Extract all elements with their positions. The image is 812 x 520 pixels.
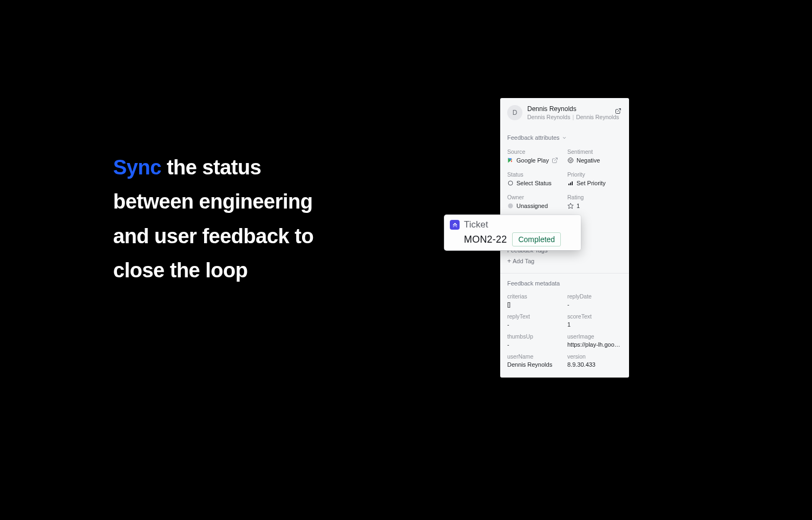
meta-criterias: criterias [] — [507, 293, 562, 308]
svg-rect-6 — [568, 184, 569, 185]
google-play-icon — [507, 157, 514, 164]
card-header: D Dennis Reynolds Dennis Reynolds|Dennis… — [500, 98, 629, 126]
attr-sentiment[interactable]: Sentiment Negative — [567, 148, 622, 164]
svg-rect-7 — [570, 183, 571, 185]
svg-point-3 — [569, 160, 570, 160]
meta-userName: userName Dennis Reynolds — [507, 353, 562, 368]
ticket-title: Ticket — [464, 219, 488, 230]
attr-source[interactable]: Source Google Play — [507, 148, 562, 164]
meta-replyDate: replyDate - — [567, 293, 622, 308]
ticket-status-badge: Completed — [512, 232, 561, 246]
attributes-grid: Source Google Play Sentiment Negative — [500, 141, 629, 209]
ticket-app-icon — [450, 220, 460, 230]
avatar-initial: D — [513, 109, 518, 116]
add-tag-button[interactable]: + Add Tag — [507, 258, 534, 264]
feedback-attributes-header[interactable]: Feedback attributes — [500, 134, 629, 141]
svg-point-2 — [568, 158, 573, 163]
svg-line-0 — [618, 109, 621, 112]
svg-point-4 — [571, 160, 572, 160]
attr-rating[interactable]: Rating 1 — [567, 194, 622, 209]
headline-accent: Sync — [113, 156, 161, 179]
star-icon — [567, 203, 574, 209]
attr-owner[interactable]: Owner Unassigned — [507, 194, 562, 209]
meta-replyText: replyText - — [507, 313, 562, 328]
svg-point-9 — [508, 204, 513, 209]
avatar: D — [507, 105, 522, 120]
attr-priority[interactable]: Priority Set Priority — [567, 171, 622, 186]
user-circle-icon — [507, 203, 514, 209]
feedback-metadata-header[interactable]: Feedback metadata — [500, 274, 629, 287]
svg-rect-8 — [572, 181, 573, 185]
ticket-card[interactable]: Ticket MON2-22 Completed — [444, 215, 581, 250]
circle-icon — [507, 180, 514, 186]
user-subline: Dennis Reynolds|Dennis Reynolds — [527, 114, 622, 120]
svg-line-1 — [554, 158, 558, 161]
svg-marker-10 — [568, 203, 573, 209]
meta-thumbsUp: thumbsUp - — [507, 333, 562, 348]
bars-icon — [567, 180, 574, 186]
meta-scoreText: scoreText 1 — [567, 313, 622, 328]
plus-icon: + — [507, 258, 511, 264]
external-link-icon — [552, 157, 558, 164]
meta-userImage: userImage https://play-lh.goo… — [567, 333, 622, 348]
user-name: Dennis Reynolds — [527, 105, 622, 113]
marketing-headline: Sync the status between engineering and … — [113, 151, 330, 288]
chevron-down-icon — [562, 135, 567, 140]
frown-icon — [567, 157, 574, 164]
metadata-grid: criterias [] replyDate - replyText - sco… — [500, 287, 629, 375]
attr-status[interactable]: Status Select Status — [507, 171, 562, 186]
meta-version: version 8.9.30.433 — [567, 353, 622, 368]
ticket-id: MON2-22 — [464, 234, 507, 245]
external-link-icon[interactable] — [615, 108, 621, 114]
svg-point-5 — [508, 181, 513, 185]
